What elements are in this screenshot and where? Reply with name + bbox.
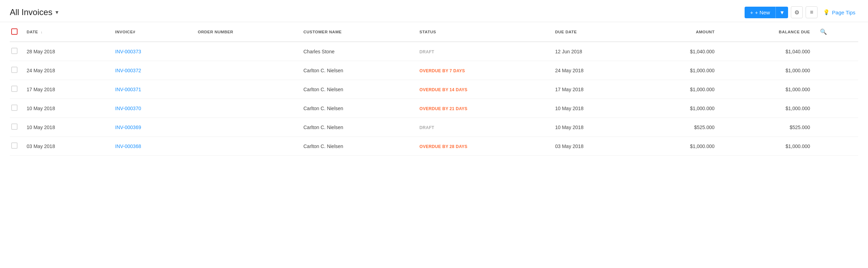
settings-button[interactable]: ⚙ (791, 6, 803, 18)
table-row: 28 May 2018INV-000373Charles StoneDRAFT1… (10, 42, 858, 61)
row-customer-name: Carlton C. Nielsen (299, 80, 415, 99)
select-all-checkbox[interactable] (11, 28, 18, 35)
row-status: DRAFT (415, 118, 551, 137)
table-row: 03 May 2018INV-000368Carlton C. NielsenO… (10, 137, 858, 156)
status-badge: OVERDUE BY 28 DAYS (420, 144, 468, 149)
table-body: 28 May 2018INV-000373Charles StoneDRAFT1… (10, 42, 858, 156)
row-balance-due: $1,000.000 (719, 99, 814, 118)
row-checkbox[interactable] (11, 67, 18, 73)
th-due-date[interactable]: DUE DATE (551, 22, 640, 42)
row-order-number (194, 118, 299, 137)
menu-button[interactable]: ≡ (806, 6, 818, 18)
new-button-label: + New (755, 9, 770, 15)
row-amount: $1,000.000 (639, 99, 719, 118)
row-amount: $1,000.000 (639, 61, 719, 80)
row-checkbox[interactable] (11, 86, 18, 92)
row-customer-name: Carlton C. Nielsen (299, 137, 415, 156)
row-action-cell (814, 80, 858, 99)
th-due-date-label: DUE DATE (555, 30, 577, 34)
column-search-button[interactable]: 🔍 (819, 27, 828, 36)
th-amount-label: AMOUNT (696, 30, 714, 34)
status-badge: OVERDUE BY 7 DAYS (420, 68, 465, 73)
invoice-link[interactable]: INV-000372 (115, 68, 141, 73)
row-checkbox-cell[interactable] (10, 61, 22, 80)
header-left: All Invoices ▼ (10, 7, 59, 17)
row-amount: $1,000.000 (639, 80, 719, 99)
row-invoice[interactable]: INV-000373 (111, 42, 194, 61)
invoices-table: DATE ↓ INVOICE# ORDER NUMBER CUSTOMER NA… (10, 22, 858, 156)
row-invoice[interactable]: INV-000369 (111, 118, 194, 137)
table-row: 24 May 2018INV-000372Carlton C. NielsenO… (10, 61, 858, 80)
th-customer-name[interactable]: CUSTOMER NAME (299, 22, 415, 42)
invoice-link[interactable]: INV-000369 (115, 125, 141, 130)
page-tips-button[interactable]: 💡 Page Tips (820, 7, 858, 18)
search-icon: 🔍 (820, 29, 827, 35)
row-due-date: 10 May 2018 (551, 99, 640, 118)
row-status: OVERDUE BY 7 DAYS (415, 61, 551, 80)
th-date[interactable]: DATE ↓ (22, 22, 111, 42)
row-checkbox[interactable] (11, 105, 18, 111)
th-search[interactable]: 🔍 (814, 22, 858, 42)
th-invoice[interactable]: INVOICE# (111, 22, 194, 42)
row-customer-name: Charles Stone (299, 42, 415, 61)
th-order-number[interactable]: ORDER NUMBER (194, 22, 299, 42)
new-dropdown-arrow-icon: ▼ (779, 9, 785, 15)
row-invoice[interactable]: INV-000372 (111, 61, 194, 80)
sort-arrow-icon: ↓ (41, 30, 43, 34)
th-balance-due-label: BALANCE DUE (779, 30, 810, 34)
row-amount: $1,000.000 (639, 137, 719, 156)
row-balance-due: $1,000.000 (719, 80, 814, 99)
th-order-number-label: ORDER NUMBER (198, 30, 233, 34)
row-action-cell (814, 61, 858, 80)
header-checkbox-cell[interactable] (10, 22, 22, 42)
status-badge: OVERDUE BY 21 DAYS (420, 106, 468, 111)
row-customer-name: Carlton C. Nielsen (299, 118, 415, 137)
row-status: OVERDUE BY 14 DAYS (415, 80, 551, 99)
invoices-table-container: DATE ↓ INVOICE# ORDER NUMBER CUSTOMER NA… (0, 22, 868, 156)
row-balance-due: $1,000.000 (719, 61, 814, 80)
row-checkbox-cell[interactable] (10, 137, 22, 156)
row-status: OVERDUE BY 21 DAYS (415, 99, 551, 118)
th-balance-due[interactable]: BALANCE DUE (719, 22, 814, 42)
row-date: 17 May 2018 (22, 80, 111, 99)
page-header: All Invoices ▼ + + New ▼ ⚙ ≡ 💡 Page Tips (0, 0, 868, 22)
th-amount[interactable]: AMOUNT (639, 22, 719, 42)
row-invoice[interactable]: INV-000368 (111, 137, 194, 156)
th-status[interactable]: STATUS (415, 22, 551, 42)
row-checkbox[interactable] (11, 142, 18, 149)
row-amount: $525.000 (639, 118, 719, 137)
row-checkbox[interactable] (11, 123, 18, 130)
new-button-dropdown[interactable]: ▼ (776, 7, 788, 18)
row-date: 28 May 2018 (22, 42, 111, 61)
row-checkbox-cell[interactable] (10, 80, 22, 99)
row-action-cell (814, 42, 858, 61)
row-order-number (194, 42, 299, 61)
invoice-link[interactable]: INV-000371 (115, 87, 141, 92)
row-date: 03 May 2018 (22, 137, 111, 156)
plus-icon: + (750, 9, 753, 15)
invoice-link[interactable]: INV-000373 (115, 49, 141, 54)
row-checkbox-cell[interactable] (10, 42, 22, 61)
row-order-number (194, 137, 299, 156)
row-status: DRAFT (415, 42, 551, 61)
invoice-link[interactable]: INV-000368 (115, 143, 141, 149)
table-header-row: DATE ↓ INVOICE# ORDER NUMBER CUSTOMER NA… (10, 22, 858, 42)
row-status: OVERDUE BY 28 DAYS (415, 137, 551, 156)
new-button[interactable]: + + New ▼ (745, 7, 788, 18)
page-title: All Invoices (10, 7, 52, 17)
row-checkbox[interactable] (11, 48, 18, 54)
row-due-date: 24 May 2018 (551, 61, 640, 80)
row-order-number (194, 99, 299, 118)
new-button-main[interactable]: + + New (745, 7, 776, 18)
row-action-cell (814, 137, 858, 156)
row-checkbox-cell[interactable] (10, 118, 22, 137)
invoice-link[interactable]: INV-000370 (115, 106, 141, 111)
table-row: 10 May 2018INV-000369Carlton C. NielsenD… (10, 118, 858, 137)
th-status-label: STATUS (420, 30, 436, 34)
row-due-date: 10 May 2018 (551, 118, 640, 137)
row-checkbox-cell[interactable] (10, 99, 22, 118)
row-invoice[interactable]: INV-000370 (111, 99, 194, 118)
row-invoice[interactable]: INV-000371 (111, 80, 194, 99)
title-dropdown-icon[interactable]: ▼ (54, 9, 59, 15)
row-action-cell (814, 99, 858, 118)
